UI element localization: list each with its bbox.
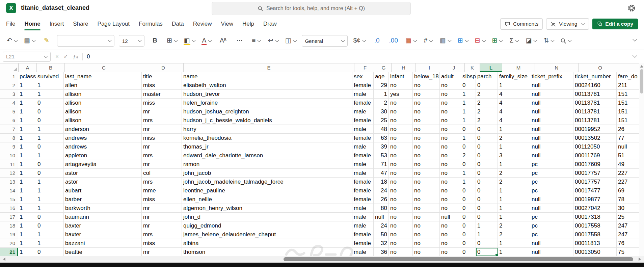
cell[interactable]: 1 <box>461 169 476 178</box>
row-header-14[interactable]: 14 <box>0 186 18 195</box>
cell[interactable]: astor <box>64 169 142 178</box>
font-size[interactable]: 12 <box>119 35 144 47</box>
cell[interactable]: survived <box>36 72 64 81</box>
row-header-3[interactable]: 3 <box>0 90 18 99</box>
cell[interactable]: 0 <box>461 125 476 134</box>
cell[interactable]: no <box>413 230 440 239</box>
cell[interactable]: 1 <box>18 221 36 230</box>
scroll-up-arrow-icon[interactable] <box>640 65 643 68</box>
cell[interactable]: anderson <box>64 125 142 134</box>
cell[interactable]: miss <box>142 99 182 107</box>
table-styles-button[interactable]: ▥ <box>438 35 452 47</box>
cell[interactable]: adult <box>440 72 461 81</box>
cell[interactable]: 1 <box>18 142 36 151</box>
cell[interactable]: 1 <box>18 204 36 213</box>
cell[interactable]: no <box>389 213 413 221</box>
cell[interactable]: 3 <box>498 151 530 160</box>
column-header-D[interactable]: D <box>143 63 184 72</box>
tab-data[interactable]: Data <box>172 16 184 32</box>
cell[interactable]: 1 <box>18 169 36 178</box>
merge-cells-button[interactable]: ◫ <box>284 35 297 47</box>
vertical-scrollbar[interactable] <box>639 63 644 256</box>
column-header-K[interactable]: K <box>465 63 480 72</box>
align-button[interactable]: ≡ <box>250 35 262 47</box>
cell[interactable]: female <box>352 195 374 204</box>
cell[interactable]: 32 <box>374 239 389 248</box>
cell[interactable]: pc <box>530 221 573 230</box>
cell[interactable]: male <box>352 142 374 151</box>
row-header-21[interactable]: 21 <box>0 248 18 257</box>
cell[interactable]: no <box>440 186 461 195</box>
scroll-left-arrow-icon[interactable] <box>3 258 5 261</box>
cell[interactable]: 1 <box>476 230 498 239</box>
cell[interactable]: female <box>352 116 374 125</box>
cell[interactable]: no <box>413 178 440 186</box>
cell[interactable]: 0 <box>461 230 476 239</box>
cell[interactable]: 53 <box>374 151 389 160</box>
cell[interactable]: andrews <box>64 134 142 142</box>
cell[interactable]: barkworth <box>64 204 142 213</box>
more-font-options-button[interactable]: ⋯ <box>234 35 246 47</box>
cell[interactable]: null <box>530 151 573 160</box>
cell[interactable]: ticket_prefix <box>530 72 573 81</box>
cell[interactable]: no <box>413 213 440 221</box>
cell[interactable]: no <box>413 151 440 160</box>
cell[interactable]: 00019877 <box>573 195 617 204</box>
cell[interactable]: age <box>374 72 389 81</box>
cell[interactable]: female <box>352 151 374 160</box>
cell[interactable]: 2 <box>476 90 498 99</box>
cell[interactable]: 1 <box>36 178 64 186</box>
cell[interactable]: female <box>352 230 374 239</box>
cell[interactable]: male <box>352 160 374 169</box>
row-header-2[interactable]: 2 <box>0 81 18 90</box>
row-header-16[interactable]: 16 <box>0 204 18 213</box>
cell[interactable]: no <box>440 125 461 134</box>
row-header-7[interactable]: 7 <box>0 125 18 134</box>
cell[interactable]: no <box>440 107 461 116</box>
cell[interactable]: 36 <box>374 248 389 257</box>
cell[interactable]: null <box>374 213 389 221</box>
column-header-A[interactable]: A <box>19 63 37 72</box>
tab-review[interactable]: Review <box>193 16 212 32</box>
cell[interactable]: null <box>440 213 461 221</box>
cell[interactable]: 00017757 <box>573 169 617 178</box>
cell[interactable]: male <box>352 221 374 230</box>
horizontal-scrollbar[interactable] <box>0 256 644 263</box>
cell[interactable]: female <box>352 178 374 186</box>
vertical-scroll-thumb[interactable] <box>640 69 643 94</box>
cell[interactable]: mr <box>142 160 182 169</box>
cell[interactable]: no <box>440 81 461 90</box>
cell[interactable]: 1 <box>36 230 64 239</box>
cell[interactable]: miss <box>142 195 182 204</box>
cell[interactable]: albina <box>182 239 352 248</box>
cell[interactable]: 1 <box>18 116 36 125</box>
column-header-H[interactable]: H <box>392 63 416 72</box>
tab-page-layout[interactable]: Page Layout <box>98 16 130 32</box>
cell[interactable]: 2 <box>498 169 530 178</box>
cell[interactable]: 0 <box>476 178 498 186</box>
cell[interactable]: 0 <box>476 186 498 195</box>
cell[interactable]: family_size <box>498 72 530 81</box>
name-box[interactable]: L21 <box>3 52 51 62</box>
cell[interactable]: mr <box>142 107 182 116</box>
cell[interactable]: no <box>413 221 440 230</box>
cell[interactable]: barber <box>64 195 142 204</box>
cell[interactable]: male <box>352 204 374 213</box>
cell[interactable]: yes <box>389 90 413 99</box>
cell[interactable]: pc <box>530 178 573 186</box>
cell[interactable]: 1 <box>36 81 64 90</box>
cell[interactable]: male <box>352 90 374 99</box>
cell[interactable]: no <box>440 160 461 169</box>
cell[interactable]: 1 <box>36 204 64 213</box>
currency-format-button[interactable]: $¢ <box>352 35 367 47</box>
cell[interactable]: no <box>389 239 413 248</box>
column-header-B[interactable]: B <box>37 63 65 72</box>
cell[interactable]: sibsp <box>461 72 476 81</box>
cell[interactable]: 00011813 <box>573 239 617 248</box>
cell[interactable]: baxter <box>64 221 142 230</box>
cell[interactable]: null <box>530 81 573 90</box>
cell[interactable]: null <box>530 195 573 204</box>
cell[interactable]: mrs <box>142 230 182 239</box>
cell[interactable]: 0 <box>476 213 498 221</box>
cell[interactable]: 00017318 <box>573 213 617 221</box>
